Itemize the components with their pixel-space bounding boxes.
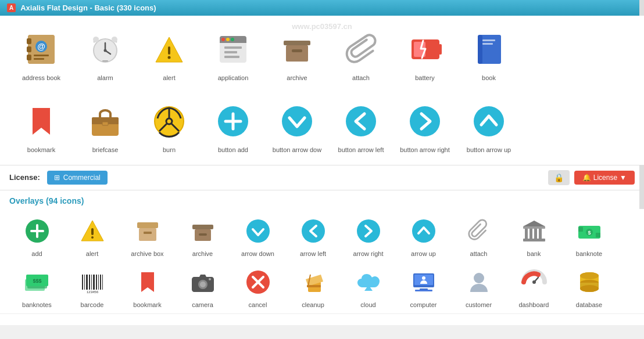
- icon-label: archive: [287, 74, 307, 82]
- icon-label: bank: [527, 250, 541, 258]
- svg-rect-89: [91, 275, 92, 290]
- ov-icon-barcode[interactable]: 123456 barcode: [65, 262, 120, 311]
- svg-rect-30: [286, 45, 308, 62]
- icon-attach[interactable]: attach: [329, 23, 393, 85]
- icon-briefcase[interactable]: briefcase: [73, 95, 137, 157]
- icon-label: archive: [192, 250, 213, 258]
- svg-rect-93: [100, 275, 101, 290]
- svg-point-12: [104, 49, 107, 52]
- ov-icon-customer[interactable]: customer: [451, 262, 506, 311]
- icon-battery[interactable]: battery: [393, 23, 457, 85]
- svg-point-23: [221, 38, 225, 41]
- svg-rect-65: [199, 233, 207, 236]
- svg-rect-27: [224, 51, 237, 53]
- ov-icon-cancel[interactable]: cancel: [230, 262, 285, 311]
- icon-application[interactable]: application: [201, 23, 265, 85]
- ov-icon-attach[interactable]: attach: [451, 211, 506, 260]
- ov-icon-arrow-left[interactable]: arrow left: [285, 211, 341, 260]
- svg-rect-42: [102, 122, 108, 125]
- icon-canvas: [404, 100, 446, 142]
- lock-button[interactable]: 🔒: [548, 170, 570, 185]
- icon-archive[interactable]: archive: [265, 23, 329, 85]
- icon-alert[interactable]: alert: [137, 23, 201, 85]
- ov-icon-database[interactable]: database: [561, 262, 617, 311]
- svg-point-47: [166, 118, 172, 124]
- icon-label: address book: [22, 74, 60, 82]
- ov-icon-cleanup[interactable]: cleanup: [285, 262, 341, 311]
- ov-icon-arrow-right[interactable]: arrow right: [341, 211, 396, 260]
- icon-label: add: [31, 250, 42, 258]
- icon-canvas: [133, 267, 163, 297]
- icon-button-arrow-right[interactable]: button arrow right: [393, 95, 457, 157]
- ov-icon-arrow-up[interactable]: arrow up: [396, 211, 451, 260]
- svg-point-110: [474, 273, 484, 283]
- svg-rect-90: [93, 275, 95, 290]
- basic-section-row1: @ address book: [0, 16, 644, 92]
- icon-canvas: [468, 100, 510, 142]
- ov-icon-banknote[interactable]: $ banknote: [561, 211, 617, 260]
- ov-icon-archive-box[interactable]: archive box: [120, 211, 175, 260]
- ov-icon-archive[interactable]: archive: [175, 211, 230, 260]
- icon-label: customer: [466, 301, 492, 309]
- icon-canvas: [464, 216, 494, 246]
- svg-rect-62: [144, 232, 152, 234]
- commercial-button[interactable]: ⊞ Commercial: [47, 171, 108, 185]
- icon-label: alert: [163, 74, 175, 82]
- icon-canvas: [340, 28, 382, 70]
- ov-icon-bookmark[interactable]: bookmark: [120, 262, 175, 311]
- icon-canvas: [519, 216, 549, 246]
- ov-icon-bank[interactable]: bank: [506, 211, 561, 260]
- license-full-button[interactable]: 🔔 License ▼: [574, 171, 635, 185]
- svg-point-16: [112, 37, 117, 42]
- svg-rect-18: [168, 46, 170, 55]
- icon-button-add[interactable]: button add: [201, 95, 265, 157]
- icon-canvas: [243, 216, 273, 246]
- icon-label: arrow up: [411, 250, 436, 258]
- svg-rect-85: [82, 275, 83, 290]
- icon-address-book[interactable]: @ address book: [9, 23, 73, 85]
- svg-rect-92: [98, 275, 99, 290]
- icon-label: arrow left: [300, 250, 326, 258]
- icon-label: computer: [410, 301, 437, 309]
- svg-point-98: [209, 278, 211, 280]
- svg-text:123456: 123456: [86, 290, 98, 294]
- svg-rect-60: [137, 222, 158, 228]
- icon-label: bookmark: [27, 146, 55, 154]
- svg-rect-37: [482, 39, 495, 41]
- ov-icon-banknotes[interactable]: $$$ banknotes: [9, 262, 65, 311]
- svg-rect-94: [102, 275, 103, 290]
- svg-rect-33: [439, 44, 442, 55]
- icon-bookmark[interactable]: bookmark: [9, 95, 73, 157]
- icon-button-arrow-down[interactable]: button arrow dow: [265, 95, 329, 157]
- svg-point-66: [246, 219, 270, 243]
- svg-rect-29: [284, 41, 310, 45]
- svg-point-116: [580, 285, 599, 292]
- icon-button-arrow-left[interactable]: button arrow left: [329, 95, 393, 157]
- icon-canvas: [353, 267, 384, 297]
- ov-icon-cloud[interactable]: cloud: [341, 262, 396, 311]
- ov-icon-alert[interactable]: alert: [65, 211, 120, 260]
- icon-book[interactable]: book: [457, 23, 521, 85]
- svg-point-67: [302, 219, 325, 243]
- icon-button-arrow-up[interactable]: button arrow up: [457, 95, 521, 157]
- icon-alarm[interactable]: alarm: [73, 23, 137, 85]
- icon-label: button arrow right: [400, 146, 450, 154]
- icon-label: archive box: [131, 250, 163, 258]
- svg-rect-4: [27, 55, 31, 60]
- license-label: License:: [9, 173, 40, 182]
- icon-label: button add: [218, 146, 248, 154]
- icon-burn[interactable]: burn: [137, 95, 201, 157]
- ov-icon-dashboard[interactable]: dashboard: [506, 262, 561, 311]
- overlays-grid-row2: $$$ banknotes: [9, 262, 635, 311]
- ov-icon-computer[interactable]: computer: [396, 262, 451, 311]
- svg-rect-88: [89, 275, 90, 290]
- svg-rect-35: [480, 35, 501, 64]
- svg-point-19: [168, 56, 171, 59]
- svg-rect-31: [292, 49, 302, 52]
- commercial-label: Commercial: [63, 174, 101, 182]
- license-full-label: License: [593, 174, 617, 182]
- ov-icon-camera[interactable]: camera: [175, 262, 230, 311]
- ov-icon-arrow-down[interactable]: arrow down: [230, 211, 285, 260]
- svg-point-107: [422, 276, 425, 280]
- ov-icon-add[interactable]: add: [9, 211, 65, 260]
